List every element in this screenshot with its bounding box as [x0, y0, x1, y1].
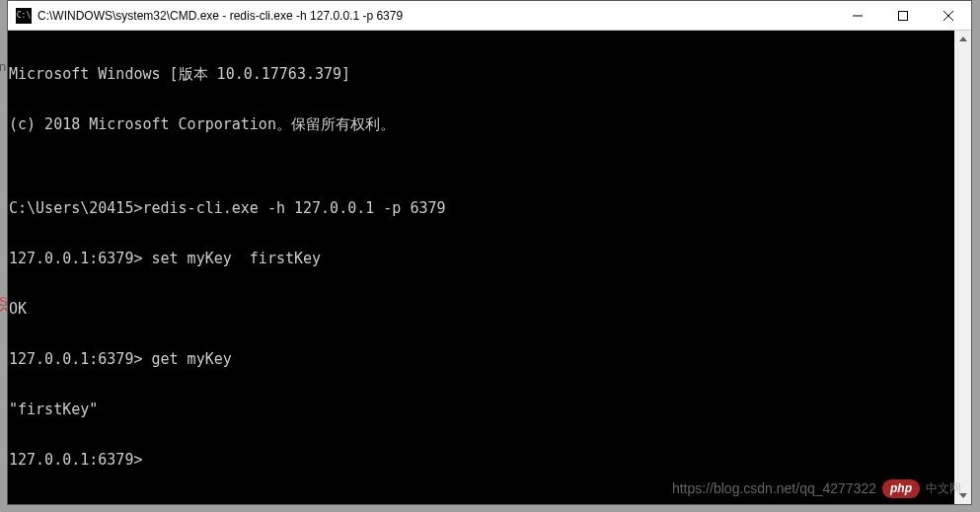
maximize-button[interactable] [880, 1, 926, 30]
svg-rect-1 [899, 11, 908, 20]
scrollbar-up-button[interactable] [954, 31, 971, 47]
terminal-line: OK [9, 301, 971, 318]
chevron-up-icon [959, 37, 967, 41]
terminal-line: 127.0.0.1:6379> [9, 452, 971, 469]
terminal-line: "firstKey" [9, 402, 971, 418]
watermark: https://blog.csdn.net/qq_4277322 php 中文网 [672, 479, 961, 498]
watermark-url: https://blog.csdn.net/qq_4277322 [672, 480, 876, 497]
terminal-line: 127.0.0.1:6379> get myKey [9, 351, 971, 368]
terminal-output[interactable]: Microsoft Windows [版本 10.0.17763.379] (c… [8, 31, 971, 504]
close-button[interactable] [926, 1, 971, 30]
minimize-icon [853, 11, 863, 21]
terminal-line: C:\Users\20415>redis-cli.exe -h 127.0.0.… [9, 200, 971, 217]
cmd-window: C:\ C:\WINDOWS\system32\CMD.exe - redis-… [7, 0, 972, 505]
background-char-n: n [0, 59, 6, 74]
terminal-line: Microsoft Windows [版本 10.0.17763.379] [9, 66, 971, 83]
maximize-icon [898, 11, 908, 21]
titlebar[interactable]: C:\ C:\WINDOWS\system32\CMD.exe - redis-… [8, 1, 971, 31]
close-icon [943, 11, 953, 21]
terminal-line: 127.0.0.1:6379> set myKey firstKey [9, 251, 971, 267]
cmd-icon: C:\ [16, 8, 32, 24]
cn-label: 中文网 [926, 480, 961, 497]
minimize-button[interactable] [835, 1, 880, 30]
php-badge: php [882, 479, 920, 498]
terminal-line: (c) 2018 Microsoft Corporation。保留所有权利。 [9, 116, 971, 133]
window-title: C:\WINDOWS\system32\CMD.exe - redis-cli.… [38, 9, 835, 23]
window-controls [835, 1, 971, 30]
vertical-scrollbar[interactable] [954, 31, 971, 504]
